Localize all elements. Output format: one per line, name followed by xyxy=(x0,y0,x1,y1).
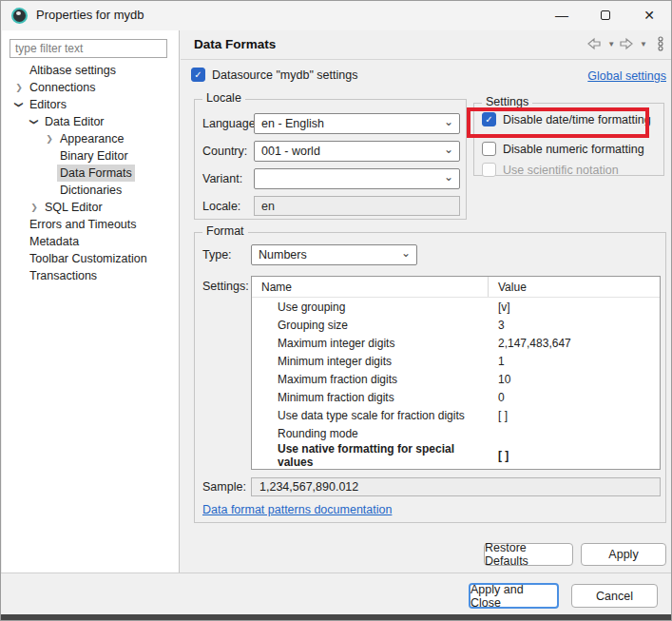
language-combo[interactable]: en - English⌄ xyxy=(254,113,460,134)
properties-dialog: Properties for mydb — ✕ Altibase setting… xyxy=(0,0,672,621)
checkbox-unchecked-icon xyxy=(482,163,496,177)
chevron-expanded-icon[interactable]: ❯ xyxy=(26,114,43,129)
table-row-minimum-fraction-digits[interactable]: Minimum fraction digits0 xyxy=(252,388,660,406)
datasource-settings-label: Datasource "mydb" settings xyxy=(212,68,357,82)
sidebar-item-connections[interactable]: ❯Connections xyxy=(2,79,179,96)
sidebar-item-altibase-settings[interactable]: Altibase settings xyxy=(2,62,179,79)
minimize-button[interactable]: — xyxy=(540,1,584,29)
sidebar-item-label: Dictionaries xyxy=(57,182,125,199)
sidebar-item-binary-editor[interactable]: Binary Editor xyxy=(2,147,179,165)
back-dropdown-icon[interactable]: ▼ xyxy=(607,40,615,49)
type-combo-value: Numbers xyxy=(259,248,307,262)
row-value: 2,147,483,647 xyxy=(489,337,660,350)
variant-combo[interactable]: ⌄ xyxy=(254,168,460,189)
chevron-collapsed-icon[interactable]: ❯ xyxy=(27,199,42,216)
field-label: Variant: xyxy=(202,172,254,185)
chevron-collapsed-icon[interactable]: ❯ xyxy=(42,130,57,147)
chevron-collapsed-icon[interactable]: ❯ xyxy=(11,79,27,96)
sidebar-item-data-formats[interactable]: Data Formats xyxy=(2,165,179,182)
option-disable-date-time-formatting[interactable]: ✓Disable date/time formatting xyxy=(482,112,651,126)
back-icon[interactable] xyxy=(586,37,602,50)
table-row-minimum-integer-digits[interactable]: Minimum integer digits1 xyxy=(252,352,660,370)
row-value: 3 xyxy=(489,319,660,332)
sidebar-item-label: Binary Editor xyxy=(57,147,131,165)
combo-value: 001 - world xyxy=(261,145,320,158)
forward-icon[interactable] xyxy=(619,37,634,50)
table-row-use-native-formatting-for-special-values[interactable]: Use native formatting for special values… xyxy=(252,442,660,460)
option-label: Disable numeric formatting xyxy=(503,143,644,156)
page-header: Data Formats ▼ ▼ xyxy=(181,30,672,60)
row-value: [ ] xyxy=(489,409,660,422)
type-combo[interactable]: Numbers ⌄ xyxy=(251,244,417,265)
window-title: Properties for mydb xyxy=(36,8,144,22)
sidebar-item-label: Toolbar Customization xyxy=(27,250,150,267)
restore-defaults-button[interactable]: Restore Defaults xyxy=(484,543,573,566)
table-row-rounding-mode[interactable]: Rounding mode xyxy=(252,424,660,442)
combo-value: en - English xyxy=(261,117,324,130)
close-button[interactable]: ✕ xyxy=(627,1,671,29)
sidebar-item-label: Transactions xyxy=(27,267,100,284)
locale-row-variant: Variant:⌄ xyxy=(202,168,460,189)
column-header-value: Value xyxy=(489,277,660,297)
table-header: Name Value xyxy=(252,277,660,298)
sidebar-item-metadata[interactable]: Metadata xyxy=(2,233,179,250)
preferences-sidebar: Altibase settings❯Connections❯Editors❯Da… xyxy=(2,30,180,574)
window-bottom-edge xyxy=(1,614,671,620)
option-use-scientific-notation: Use scientific notation xyxy=(482,163,619,177)
sample-value-field: 1,234,567,890.012 xyxy=(251,477,661,496)
app-icon xyxy=(11,8,28,24)
sidebar-item-toolbar-customization[interactable]: Toolbar Customization xyxy=(2,250,179,267)
locale-readonly-field: en xyxy=(254,196,460,216)
titlebar: Properties for mydb — ✕ xyxy=(1,1,671,30)
chevron-expanded-icon[interactable]: ❯ xyxy=(10,97,28,112)
view-menu-icon[interactable] xyxy=(657,36,664,51)
row-name: Maximum integer digits xyxy=(252,337,489,350)
sidebar-item-data-editor[interactable]: ❯Data Editor xyxy=(2,113,179,130)
sidebar-item-dictionaries[interactable]: Dictionaries xyxy=(2,182,179,199)
country-combo[interactable]: 001 - world⌄ xyxy=(254,141,460,162)
row-value: [v] xyxy=(489,301,660,314)
option-label: Disable date/time formatting xyxy=(503,113,651,126)
sidebar-item-label: Appearance xyxy=(57,130,126,147)
row-name: Grouping size xyxy=(252,319,489,332)
row-name: Rounding mode xyxy=(252,427,489,440)
sidebar-item-editors[interactable]: ❯Editors xyxy=(2,96,179,113)
locale-row-locale: Locale:en xyxy=(202,196,460,216)
data-formats-page: Data Formats ▼ ▼ xyxy=(181,30,672,574)
field-label: Country: xyxy=(202,145,254,158)
locale-group: Locale Language:en - English⌄Country:001… xyxy=(194,99,467,220)
row-name: Maximum fraction digits xyxy=(252,373,489,386)
minimize-icon: — xyxy=(555,8,568,23)
format-group-title: Format xyxy=(202,224,248,238)
option-disable-numeric-formatting[interactable]: Disable numeric formatting xyxy=(482,142,644,156)
sidebar-item-appearance[interactable]: ❯Appearance xyxy=(2,130,179,147)
checkbox-checked-icon: ✓ xyxy=(482,112,496,126)
table-row-use-data-type-scale-for-fraction-digits[interactable]: Use data type scale for fraction digits[… xyxy=(252,406,660,424)
forward-dropdown-icon[interactable]: ▼ xyxy=(640,40,647,49)
sidebar-item-sql-editor[interactable]: ❯SQL Editor xyxy=(2,199,179,216)
page-content: ✓ Datasource "mydb" settings Global sett… xyxy=(181,60,672,574)
sidebar-item-transactions[interactable]: Transactions xyxy=(2,267,179,284)
sidebar-item-errors-and-timeouts[interactable]: Errors and Timeouts xyxy=(2,216,179,233)
format-group: Format Type: Numbers ⌄ Settings: Name Va… xyxy=(194,232,666,523)
global-settings-link[interactable]: Global settings xyxy=(587,69,666,83)
table-row-maximum-fraction-digits[interactable]: Maximum fraction digits10 xyxy=(252,370,660,388)
sidebar-item-label: Connections xyxy=(27,79,99,96)
table-row-grouping-size[interactable]: Grouping size3 xyxy=(252,316,660,334)
sidebar-item-label: Errors and Timeouts xyxy=(27,216,140,233)
sidebar-item-label: Metadata xyxy=(27,233,82,250)
table-row-maximum-integer-digits[interactable]: Maximum integer digits2,147,483,647 xyxy=(252,334,660,352)
row-name: Minimum fraction digits xyxy=(252,391,489,404)
table-row-use-grouping[interactable]: Use grouping[v] xyxy=(252,298,660,316)
doc-patterns-link[interactable]: Data format patterns documentation xyxy=(202,503,392,516)
locale-group-title: Locale xyxy=(202,91,245,105)
apply-and-close-button[interactable]: Apply and Close xyxy=(469,583,559,609)
datasource-settings-checkbox[interactable]: ✓ Datasource "mydb" settings xyxy=(191,68,357,82)
row-name: Minimum integer digits xyxy=(252,355,489,368)
maximize-button[interactable] xyxy=(584,1,627,29)
close-icon: ✕ xyxy=(643,8,655,23)
cancel-button[interactable]: Cancel xyxy=(571,584,658,608)
apply-button[interactable]: Apply xyxy=(581,543,666,566)
filter-input[interactable] xyxy=(10,39,167,58)
option-label: Use scientific notation xyxy=(503,164,619,177)
